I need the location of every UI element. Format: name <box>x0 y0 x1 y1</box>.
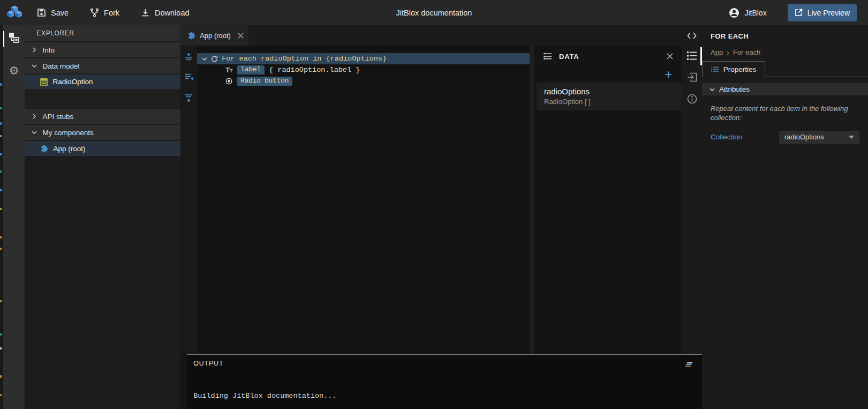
collection-dropdown[interactable]: radioOptions <box>779 131 859 144</box>
add-data-item-button[interactable]: + <box>665 69 672 81</box>
tab-app-root[interactable]: App (root) <box>180 25 248 46</box>
breadcrumb: App › For each <box>702 40 868 56</box>
download-icon <box>141 8 150 17</box>
data-panel-toggle-icon[interactable] <box>686 51 697 61</box>
explorer-section-info[interactable]: Info <box>25 42 180 57</box>
breadcrumb-current: For each <box>733 48 760 56</box>
collection-link[interactable]: Collection <box>711 133 742 141</box>
active-view-indicator <box>3 31 4 47</box>
item-label: App (root) <box>53 145 85 153</box>
close-tab-icon[interactable] <box>238 33 244 39</box>
editor-toolbar <box>180 46 197 354</box>
insert-before-icon[interactable] <box>184 53 193 61</box>
data-item-name: radioOptions <box>544 87 682 96</box>
side-tool-strip <box>682 46 702 354</box>
repeat-loop-icon <box>211 55 218 63</box>
explorer-header: EXPLORER <box>25 25 180 41</box>
panel-splitter[interactable] <box>530 46 534 354</box>
workspace: App (root) <box>180 25 702 409</box>
data-item-radiooptions[interactable]: radioOptions RadioOption [ ] <box>537 83 682 110</box>
section-label: My components <box>42 129 93 137</box>
activity-bar: ⚙ <box>3 25 25 409</box>
section-label: API stubs <box>42 113 73 121</box>
view-code-icon[interactable] <box>682 25 702 46</box>
editor-tab-bar: App (root) <box>180 25 702 46</box>
active-tool-indicator <box>700 47 702 65</box>
info-icon[interactable] <box>687 94 697 104</box>
data-item-type: RadioOption [ ] <box>544 98 682 106</box>
breadcrumb-app[interactable]: App <box>711 48 723 56</box>
element-badge: label <box>237 65 265 75</box>
fork-icon <box>90 8 99 17</box>
user-avatar-icon[interactable] <box>729 8 739 18</box>
item-label: RadioOption <box>52 78 93 86</box>
output-panel: OUTPUT Building JitBlox documentation...… <box>187 354 702 409</box>
fork-button[interactable]: Fork <box>90 8 119 17</box>
collection-field-row: Collection radioOptions <box>711 131 859 144</box>
explorer-section-data-model[interactable]: Data model <box>25 58 180 73</box>
tab-properties[interactable]: Properties <box>702 61 765 77</box>
add-item-icon[interactable] <box>184 73 194 82</box>
save-button[interactable]: Save <box>37 8 69 17</box>
output-left-gap <box>180 354 187 409</box>
explorer-section-api-stubs[interactable]: API stubs <box>25 109 180 124</box>
chevron-right-icon <box>32 47 37 53</box>
properties-list-icon <box>711 66 719 72</box>
output-title: OUTPUT <box>193 360 702 367</box>
import-panel-icon[interactable] <box>687 72 697 82</box>
user-name[interactable]: JitBlox <box>744 9 766 17</box>
component-tree-canvas: For each radioOption in {radioOptions} T… <box>197 46 530 354</box>
download-label: Download <box>155 9 190 17</box>
explorer-item-radiooption[interactable]: RadioOption <box>25 75 180 89</box>
component-puzzle-icon <box>187 32 195 40</box>
live-preview-label: Live Preview <box>807 9 850 17</box>
component-puzzle-icon <box>40 145 48 153</box>
external-link-icon <box>795 9 803 17</box>
element-badge: Radio button <box>237 77 292 86</box>
close-data-panel-icon[interactable] <box>667 53 673 60</box>
settings-gear-icon[interactable]: ⚙ <box>9 65 19 76</box>
live-preview-button[interactable]: Live Preview <box>788 4 857 21</box>
build-log-icon[interactable] <box>685 362 693 367</box>
data-panel: DATA + radioOptions RadioOption [ ] <box>534 46 682 354</box>
fork-label: Fork <box>104 9 119 17</box>
text-element-icon: TT <box>225 66 232 73</box>
save-label: Save <box>51 9 69 17</box>
data-panel-title: DATA <box>559 53 579 61</box>
properties-tab-bar: Properties <box>702 61 868 77</box>
section-label: Attributes <box>719 85 750 93</box>
tab-label: App (root) <box>200 32 231 40</box>
explorer-item-app-root[interactable]: App (root) <box>25 141 180 156</box>
binding-expression: { radioOption.label } <box>269 66 360 74</box>
foreach-expression: For each radioOption in {radioOptions} <box>222 55 387 63</box>
tree-node-foreach[interactable]: For each radioOption in {radioOptions} <box>197 53 530 64</box>
download-button[interactable]: Download <box>141 8 190 17</box>
breadcrumb-separator-icon: › <box>727 49 729 56</box>
section-label: Data model <box>42 62 79 70</box>
tab-label: Properties <box>723 65 757 73</box>
chevron-right-icon <box>32 114 37 119</box>
explorer-panel: EXPLORER Info Data model <box>25 25 180 409</box>
tree-node-radio-button[interactable]: Radio button <box>197 76 530 87</box>
tree-node-label[interactable]: TT label { radioOption.label } <box>197 64 530 76</box>
radio-button-icon <box>225 78 232 85</box>
jitblox-logo-icon[interactable] <box>6 5 22 20</box>
data-model-children: RadioOption <box>25 75 180 108</box>
dropdown-caret-icon <box>849 136 854 139</box>
chevron-down-icon <box>710 87 715 92</box>
attribute-description: Repeat content for each item in the foll… <box>711 105 859 123</box>
output-line: Building JitBlox documentation... <box>193 391 702 401</box>
attributes-section-header[interactable]: Attributes <box>702 83 868 95</box>
explorer-section-my-components[interactable]: My components <box>25 125 180 140</box>
top-bar: Save Fork Download JitBlox documentation <box>0 0 868 25</box>
chevron-down-icon <box>202 56 207 62</box>
data-list-icon <box>543 53 552 60</box>
components-view-icon[interactable] <box>8 32 20 43</box>
insert-after-icon[interactable] <box>184 94 193 102</box>
selected-element-title: FOR EACH <box>702 25 868 40</box>
properties-panel: FOR EACH App › For each Properties <box>702 25 868 409</box>
model-table-icon <box>40 78 48 86</box>
chevron-down-icon <box>32 63 37 69</box>
chevron-down-icon <box>32 130 37 135</box>
collection-value: radioOptions <box>784 133 824 141</box>
